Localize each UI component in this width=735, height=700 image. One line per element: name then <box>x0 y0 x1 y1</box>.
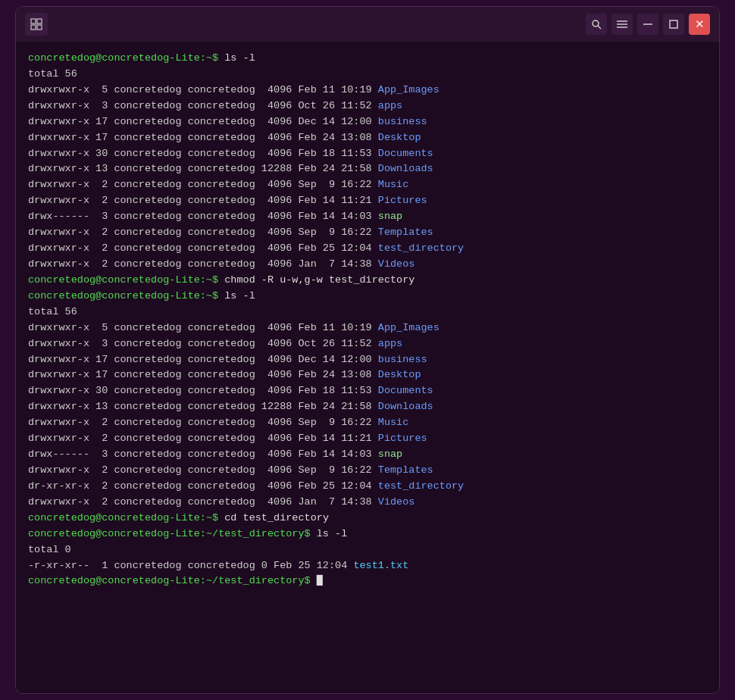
search-button[interactable] <box>586 14 607 35</box>
terminal-line: drwxrwxr-x 13 concretedog concretedog 12… <box>28 399 707 415</box>
terminal-line: total 0 <box>28 542 707 558</box>
terminal-line: concretedog@concretedog-Lite:~/test_dire… <box>28 527 707 542</box>
svg-rect-10 <box>670 20 677 28</box>
terminal-line: drwxrwxr-x 2 concretedog concretedog 409… <box>28 257 707 273</box>
terminal-line: drwxrwxr-x 3 concretedog concretedog 409… <box>28 336 707 352</box>
terminal-line: drwxrwxr-x 17 concretedog concretedog 40… <box>28 352 707 368</box>
terminal-line: -r-xr-xr-- 1 concretedog concretedog 0 F… <box>28 558 707 574</box>
terminal-line: total 56 <box>28 67 707 83</box>
terminal-line: drwxrwxr-x 2 concretedog concretedog 409… <box>28 225 707 241</box>
menu-button[interactable] <box>611 14 633 35</box>
terminal-line: concretedog@concretedog-Lite:~$ ls -l <box>28 289 707 305</box>
terminal-line: drwxrwxr-x 5 concretedog concretedog 409… <box>28 320 707 336</box>
terminal-line: drwxrwxr-x 2 concretedog concretedog 409… <box>28 177 707 193</box>
titlebar: ✕ <box>16 7 719 42</box>
terminal-line: drwxrwxr-x 17 concretedog concretedog 40… <box>28 114 707 130</box>
window-icon <box>25 13 48 36</box>
terminal-line: concretedog@concretedog-Lite:~/test_dire… <box>28 573 707 589</box>
svg-rect-3 <box>37 25 42 30</box>
terminal-line: concretedog@concretedog-Lite:~$ cd test_… <box>28 511 707 527</box>
terminal-line: concretedog@concretedog-Lite:~$ ls -l <box>28 51 707 67</box>
terminal-line: drwx------ 3 concretedog concretedog 409… <box>28 447 707 463</box>
terminal-line: drwxrwxr-x 2 concretedog concretedog 409… <box>28 495 707 511</box>
terminal-line: drwxrwxr-x 2 concretedog concretedog 409… <box>28 415 707 431</box>
terminal-line: drwxrwxr-x 5 concretedog concretedog 409… <box>28 83 707 98</box>
terminal-line: drwxrwxr-x 17 concretedog concretedog 40… <box>28 130 707 146</box>
terminal-body[interactable]: concretedog@concretedog-Lite:~$ ls -ltot… <box>16 42 719 693</box>
terminal-line: total 56 <box>28 305 707 320</box>
terminal-line: drwxrwxr-x 2 concretedog concretedog 409… <box>28 431 707 447</box>
svg-line-5 <box>598 26 601 29</box>
terminal-line: drwxrwxr-x 2 concretedog concretedog 409… <box>28 241 707 257</box>
terminal-line: drwx------ 3 concretedog concretedog 409… <box>28 209 707 225</box>
close-button[interactable]: ✕ <box>689 14 710 35</box>
window-controls: ✕ <box>586 14 710 35</box>
terminal-line: concretedog@concretedog-Lite:~$ chmod -R… <box>28 273 707 289</box>
terminal-line: drwxrwxr-x 30 concretedog concretedog 40… <box>28 383 707 399</box>
svg-rect-0 <box>31 19 36 23</box>
svg-point-4 <box>593 20 599 27</box>
terminal-line: drwxrwxr-x 3 concretedog concretedog 409… <box>28 98 707 114</box>
terminal-line: drwxrwxr-x 17 concretedog concretedog 40… <box>28 367 707 383</box>
terminal-line: drwxrwxr-x 13 concretedog concretedog 12… <box>28 161 707 177</box>
maximize-button[interactable] <box>663 14 684 35</box>
terminal-window: ✕ concretedog@concretedog-Lite:~$ ls -lt… <box>15 6 720 694</box>
minimize-button[interactable] <box>637 14 658 35</box>
terminal-line: drwxrwxr-x 2 concretedog concretedog 409… <box>28 193 707 209</box>
terminal-line: dr-xr-xr-x 2 concretedog concretedog 409… <box>28 479 707 495</box>
svg-rect-2 <box>31 25 36 30</box>
terminal-line: drwxrwxr-x 30 concretedog concretedog 40… <box>28 146 707 162</box>
svg-rect-1 <box>37 19 42 23</box>
terminal-line: drwxrwxr-x 2 concretedog concretedog 409… <box>28 463 707 479</box>
